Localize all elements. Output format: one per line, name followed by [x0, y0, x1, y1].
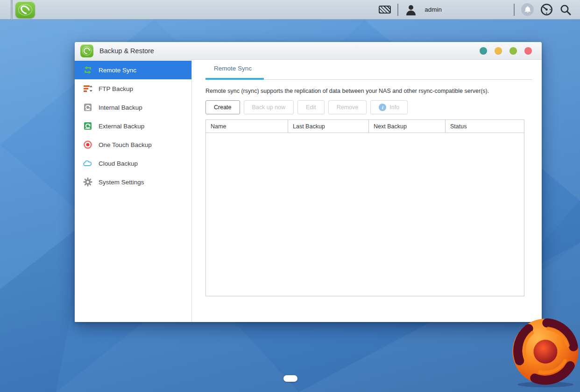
- taskbar: admin: [0, 0, 580, 20]
- maximize-button[interactable]: [509, 47, 517, 55]
- window-controls: [480, 47, 532, 55]
- toolbar: Create Back up now Edit Remove i Info: [205, 100, 532, 114]
- edit-button[interactable]: Edit: [297, 100, 325, 114]
- backup-jobs-table: Name Last Backup Next Backup Status: [205, 119, 524, 296]
- sidebar-item-one-touch-backup[interactable]: One Touch Backup: [75, 135, 191, 154]
- sidebar-label: FTP Backup: [99, 85, 133, 92]
- create-button[interactable]: Create: [205, 100, 240, 114]
- backup-restore-app-icon: [80, 44, 93, 57]
- table-header-row: Name Last Backup Next Backup Status: [206, 120, 524, 133]
- sidebar-item-remote-sync[interactable]: Remote Sync: [75, 61, 191, 79]
- pin-window-button[interactable]: [480, 47, 487, 55]
- sidebar-label: Cloud Backup: [99, 160, 138, 167]
- info-button[interactable]: i Info: [370, 100, 408, 114]
- tab-remote-sync[interactable]: Remote Sync: [205, 65, 260, 72]
- sidebar-item-internal-backup[interactable]: Internal Backup: [75, 98, 191, 117]
- active-tab-underline: [205, 78, 264, 80]
- internal-drive-icon: [83, 103, 92, 112]
- ftp-icon: [83, 84, 92, 93]
- sidebar-label: Remote Sync: [99, 67, 136, 74]
- sidebar-label: Internal Backup: [99, 104, 142, 111]
- resource-monitor-icon[interactable]: [540, 3, 553, 16]
- taskbar-divider-2: [514, 4, 515, 16]
- keyboard-icon[interactable]: [379, 6, 391, 14]
- info-button-label: Info: [389, 104, 399, 111]
- window-titlebar[interactable]: Backup & Restore: [75, 42, 542, 60]
- sidebar: Remote Sync FTP Backup Internal Backup E…: [75, 60, 192, 322]
- bell-icon: [524, 6, 531, 13]
- main-pane: Remote Sync Remote sync (rsync) supports…: [192, 60, 542, 322]
- column-header-name[interactable]: Name: [206, 120, 288, 133]
- external-drive-icon: [83, 121, 92, 131]
- taskbar-left-divider: [0, 0, 11, 20]
- notifications-button[interactable]: [521, 3, 534, 16]
- sidebar-label: System Settings: [99, 179, 144, 186]
- tab-bar: Remote Sync: [205, 60, 532, 80]
- sidebar-item-cloud-backup[interactable]: Cloud Backup: [75, 154, 191, 173]
- one-touch-icon: [83, 140, 92, 149]
- minimize-button[interactable]: [495, 47, 502, 55]
- logged-in-user[interactable]: admin: [424, 6, 442, 13]
- dock-handle[interactable]: [283, 375, 297, 382]
- column-header-last-backup[interactable]: Last Backup: [288, 120, 369, 133]
- sidebar-item-system-settings[interactable]: System Settings: [75, 173, 191, 191]
- cloud-icon: [83, 159, 92, 168]
- taskbar-divider: [397, 4, 398, 16]
- info-icon: i: [379, 104, 386, 111]
- column-header-status[interactable]: Status: [446, 120, 524, 133]
- remove-button[interactable]: Remove: [328, 100, 367, 114]
- sidebar-label: External Backup: [99, 123, 144, 130]
- window-title: Backup & Restore: [99, 47, 154, 55]
- user-icon[interactable]: [405, 4, 417, 16]
- vendor-logo: [510, 317, 580, 387]
- sync-icon: [83, 65, 92, 75]
- column-header-next-backup[interactable]: Next Backup: [369, 120, 446, 133]
- gear-icon: [83, 177, 92, 187]
- page-description: Remote sync (rsync) supports the replica…: [205, 88, 532, 94]
- table-body-empty: [206, 133, 524, 296]
- sidebar-label: One Touch Backup: [99, 141, 152, 148]
- backup-restore-taskbar-icon[interactable]: [15, 1, 35, 18]
- back-up-now-button[interactable]: Back up now: [244, 100, 294, 114]
- search-icon[interactable]: [559, 4, 572, 16]
- sidebar-item-external-backup[interactable]: External Backup: [75, 117, 191, 135]
- backup-restore-window: Backup & Restore Remote Sync FTP Backup: [75, 42, 542, 322]
- sidebar-item-ftp-backup[interactable]: FTP Backup: [75, 79, 191, 98]
- close-button[interactable]: [524, 47, 532, 55]
